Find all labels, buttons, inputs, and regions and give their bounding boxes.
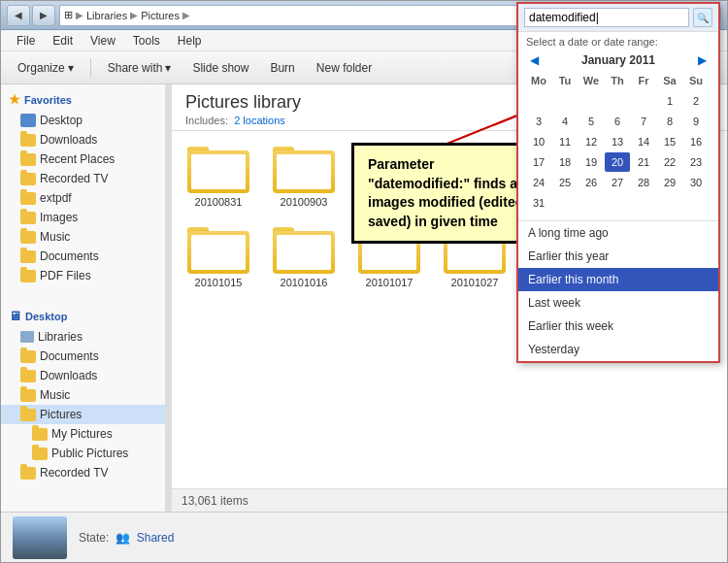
cal-day-9[interactable]: 9 — [683, 112, 709, 131]
cal-day-12[interactable]: 12 — [579, 132, 604, 151]
menu-file[interactable]: File — [9, 32, 43, 50]
cal-day-21[interactable]: 21 — [631, 152, 656, 172]
cal-day-30[interactable]: 30 — [683, 173, 709, 192]
cal-day-7[interactable]: 7 — [631, 112, 656, 131]
sidebar-item-music[interactable]: Music — [1, 227, 165, 247]
cal-day-empty — [631, 91, 656, 111]
sidebar-item-desktop[interactable]: Desktop — [1, 111, 165, 130]
sidebar-item-recent-places[interactable]: Recent Places — [1, 149, 165, 169]
cal-day-4[interactable]: 4 — [552, 112, 578, 131]
sidebar: ★ Favorites Desktop Downloads Recent Pla… — [1, 84, 166, 512]
sidebar-recorded-tv[interactable]: Recorded TV — [1, 463, 165, 482]
back-button[interactable]: ◀ — [7, 5, 30, 26]
slide-show-button[interactable]: Slide show — [183, 55, 257, 81]
cal-day-1[interactable]: 1 — [657, 91, 682, 111]
cal-day-28[interactable]: 28 — [631, 173, 656, 192]
cal-day-6[interactable]: 6 — [605, 112, 630, 131]
cal-day-10[interactable]: 10 — [526, 132, 551, 151]
cal-day-8[interactable]: 8 — [657, 112, 682, 131]
cal-day-14[interactable]: 14 — [631, 132, 656, 151]
locations-link[interactable]: 2 locations — [234, 115, 285, 126]
cal-header-Sa: Sa — [657, 84, 682, 90]
folder-item-20101016[interactable]: 20101016 — [265, 219, 343, 292]
toolbar-separator-1 — [90, 58, 91, 78]
cal-day-empty — [526, 91, 551, 111]
organize-button[interactable]: Organize ▾ — [9, 55, 83, 81]
desktop-section: 🖥 Desktop Libraries Documents Downloads — [1, 305, 165, 482]
main-window: ◀ ▶ ⊞ ▶ Libraries ▶ Pictures ▶ − □ ✕ Fil… — [0, 0, 728, 563]
range-option-2[interactable]: Earlier this month — [518, 268, 718, 291]
folder-icon-20101016 — [273, 223, 335, 274]
cal-day-26[interactable]: 26 — [579, 173, 604, 192]
range-option-0[interactable]: A long time ago — [518, 221, 718, 245]
sidebar-desktop-downloads[interactable]: Downloads — [1, 366, 165, 385]
sidebar-item-recorded-tv[interactable]: Recorded TV — [1, 169, 165, 188]
cal-day-16[interactable]: 16 — [683, 132, 709, 151]
images-icon — [20, 212, 36, 224]
share-with-button[interactable]: Share with ▾ — [99, 55, 181, 81]
sidebar-item-documents[interactable]: Documents — [1, 247, 165, 266]
burn-button[interactable]: Burn — [261, 55, 303, 81]
sidebar-desktop-music[interactable]: Music — [1, 385, 165, 405]
address-pictures[interactable]: Pictures — [141, 10, 180, 21]
desktop-icon — [20, 114, 36, 127]
cal-day-2[interactable]: 2 — [683, 91, 709, 111]
range-option-3[interactable]: Last week — [518, 291, 718, 315]
cal-header-Th: Th — [605, 84, 630, 90]
documents-icon — [20, 250, 36, 263]
cal-day-19[interactable]: 19 — [579, 152, 604, 172]
cal-day-20[interactable]: 20 — [605, 152, 630, 172]
menu-help[interactable]: Help — [170, 32, 210, 50]
cal-day-5[interactable]: 5 — [579, 112, 604, 131]
cal-day-18[interactable]: 18 — [552, 152, 578, 172]
menu-tools[interactable]: Tools — [125, 32, 168, 50]
sidebar-desktop-pictures[interactable]: Pictures — [1, 405, 165, 424]
address-libraries[interactable]: Libraries — [86, 10, 127, 21]
recent-places-icon — [20, 153, 36, 166]
range-option-5[interactable]: Yesterday — [518, 338, 718, 361]
cal-day-17[interactable]: 17 — [526, 152, 551, 172]
sidebar-item-downloads[interactable]: Downloads — [1, 130, 165, 149]
sidebar-public-pictures[interactable]: Public Pictures — [1, 444, 165, 463]
music-icon — [20, 231, 36, 244]
new-folder-button[interactable]: New folder — [308, 55, 381, 81]
cal-day-3[interactable]: 3 — [526, 112, 551, 131]
search-dropdown: 🔍 Select a date or date range: ◀ January… — [516, 84, 720, 363]
cal-day-23[interactable]: 23 — [683, 152, 709, 172]
folder-name-20100903: 20100903 — [281, 196, 328, 208]
folder-item-20100903[interactable]: 20100903 — [265, 139, 343, 212]
favorites-header[interactable]: ★ Favorites — [1, 88, 165, 111]
sidebar-my-pictures[interactable]: My Pictures — [1, 424, 165, 444]
cal-header-Fr: Fr — [631, 84, 656, 90]
sidebar-desktop-documents[interactable]: Documents — [1, 347, 165, 366]
sidebar-item-extpdf[interactable]: extpdf — [1, 188, 165, 208]
folder-item-20101015[interactable]: 20101015 — [180, 219, 257, 292]
cal-day-27[interactable]: 27 — [605, 173, 630, 192]
forward-button[interactable]: ▶ — [32, 5, 55, 26]
sidebar-desktop-libraries[interactable]: Libraries — [1, 327, 165, 347]
cal-day-empty — [605, 91, 630, 111]
cal-day-31[interactable]: 31 — [526, 193, 551, 213]
cal-day-15[interactable]: 15 — [657, 132, 682, 151]
sidebar-item-pdf-files[interactable]: PDF Files — [1, 266, 165, 285]
sidebar-item-images[interactable]: Images — [1, 208, 165, 227]
cal-day-29[interactable]: 29 — [657, 173, 682, 192]
mus-folder-icon — [20, 389, 36, 402]
range-option-4[interactable]: Earlier this week — [518, 315, 718, 338]
folder-name-20101027: 20101027 — [451, 277, 499, 288]
cal-day-22[interactable]: 22 — [657, 152, 682, 172]
folder-item-20100831[interactable]: 20100831 — [180, 139, 257, 212]
nav-buttons: ◀ ▶ — [7, 5, 55, 26]
folder-icon-20101015 — [187, 223, 249, 274]
menu-edit[interactable]: Edit — [45, 32, 81, 50]
range-option-1[interactable]: Earlier this year — [518, 245, 718, 268]
cal-day-13[interactable]: 13 — [605, 132, 630, 151]
cal-day-11[interactable]: 11 — [552, 132, 578, 151]
folder-icon-20100903 — [273, 143, 335, 193]
cal-day-24[interactable]: 24 — [526, 173, 551, 192]
desktop-section-header[interactable]: 🖥 Desktop — [1, 305, 165, 327]
cal-day-25[interactable]: 25 — [552, 173, 578, 192]
cal-day-empty — [657, 193, 682, 213]
computer-bottom-icon — [13, 516, 67, 559]
menu-view[interactable]: View — [83, 32, 123, 50]
